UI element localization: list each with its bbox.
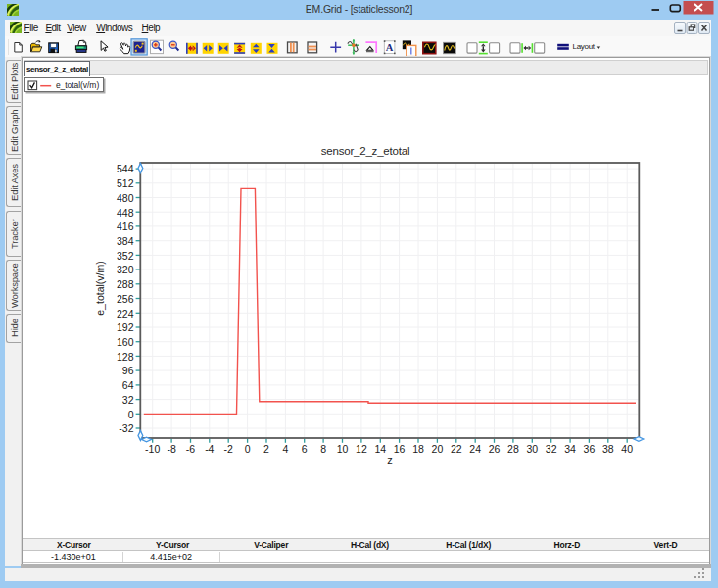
svg-text:32: 32: [546, 443, 557, 455]
svg-text:288: 288: [117, 278, 134, 290]
svg-text:34: 34: [564, 443, 576, 455]
svg-text:8: 8: [320, 443, 326, 455]
svg-text:e_total(v/m): e_total(v/m): [56, 80, 99, 90]
svg-text:10: 10: [337, 443, 349, 455]
svg-text:128: 128: [117, 351, 134, 363]
svg-text:2: 2: [263, 443, 269, 455]
svg-text:30: 30: [526, 443, 538, 455]
svg-text:512: 512: [117, 177, 134, 189]
svg-text:0: 0: [245, 443, 251, 455]
svg-text:-8: -8: [167, 443, 175, 455]
svg-text:28: 28: [507, 443, 519, 455]
svg-text:22: 22: [451, 443, 462, 455]
svg-text:24: 24: [469, 443, 481, 455]
svg-text:32: 32: [122, 394, 134, 406]
svg-text:-4: -4: [205, 443, 214, 455]
svg-text:-2: -2: [224, 443, 233, 455]
svg-text:256: 256: [117, 293, 134, 305]
svg-text:-10: -10: [145, 443, 160, 455]
svg-text:36: 36: [584, 443, 596, 455]
svg-text:40: 40: [621, 443, 633, 455]
svg-text:320: 320: [117, 264, 134, 275]
svg-text:Layout: Layout: [573, 42, 596, 51]
svg-text:e_total(v/m): e_total(v/m): [94, 261, 106, 315]
svg-text:224: 224: [117, 308, 134, 319]
svg-text:sensor_2_z_etotal: sensor_2_z_etotal: [321, 145, 410, 157]
svg-text:6: 6: [302, 443, 308, 455]
svg-text:4: 4: [282, 443, 288, 455]
svg-text:448: 448: [117, 207, 134, 219]
svg-text:-6: -6: [186, 443, 195, 455]
svg-text:192: 192: [117, 321, 134, 333]
svg-text:160: 160: [117, 336, 134, 348]
svg-text:352: 352: [117, 250, 134, 262]
svg-text:480: 480: [117, 192, 134, 204]
svg-text:26: 26: [489, 443, 501, 455]
svg-text:0: 0: [128, 409, 134, 420]
svg-text:z: z: [387, 454, 393, 466]
svg-text:384: 384: [117, 235, 134, 247]
svg-text:16: 16: [394, 443, 406, 455]
svg-text:416: 416: [117, 220, 134, 232]
svg-text:18: 18: [412, 443, 424, 455]
svg-text:38: 38: [602, 443, 614, 455]
svg-text:544: 544: [117, 163, 134, 174]
svg-text:12: 12: [356, 443, 367, 455]
svg-text:14: 14: [374, 443, 386, 455]
svg-text:A: A: [386, 42, 394, 53]
svg-text:64: 64: [122, 379, 134, 391]
svg-text:96: 96: [122, 365, 134, 376]
svg-text:-32: -32: [119, 422, 133, 434]
svg-text:20: 20: [432, 443, 444, 455]
